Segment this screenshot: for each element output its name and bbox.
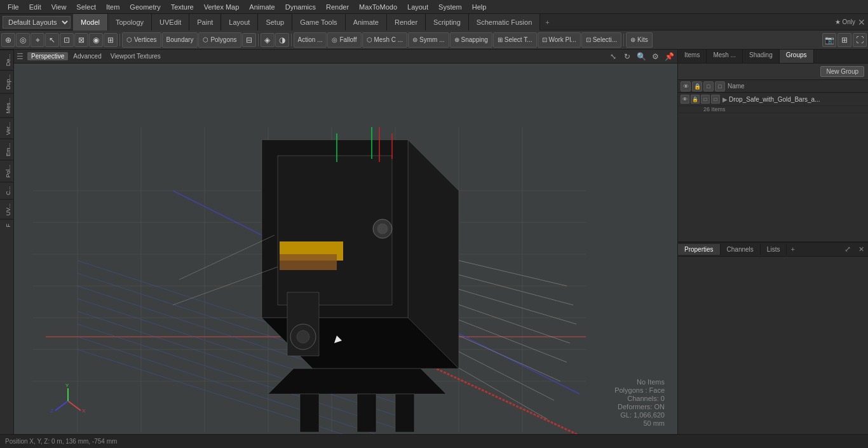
bp-tab-properties[interactable]: Properties xyxy=(678,244,721,255)
tab-animate[interactable]: Animate xyxy=(346,14,387,31)
tab-setup[interactable]: Setup xyxy=(258,14,292,31)
toolbar-selecti[interactable]: ⊡Selecti... xyxy=(581,32,621,48)
viewport-refresh-icon[interactable]: ↻ xyxy=(621,51,633,62)
bp-plus-icon[interactable]: + xyxy=(787,244,798,254)
toolbar-icon-move[interactable]: ⊡ xyxy=(60,33,74,47)
tab-paint[interactable]: Paint xyxy=(189,14,221,31)
toolbar-select-t[interactable]: ⊞Select T... xyxy=(493,32,537,48)
sidebar-tab-em[interactable]: Em... xyxy=(0,139,13,160)
menu-layout[interactable]: Layout xyxy=(402,2,433,12)
toolbar-falloff[interactable]: ◎Falloff xyxy=(327,32,361,48)
toolbar-camera-icon[interactable]: 📷 xyxy=(822,33,836,47)
toolbar-work-pl[interactable]: ⊡Work Pl... xyxy=(538,32,581,48)
group-lock-icon[interactable]: 🔒 xyxy=(691,95,700,104)
close-icon[interactable]: ✕ xyxy=(858,17,865,27)
menu-render[interactable]: Render xyxy=(321,2,354,12)
menu-maxtomodo[interactable]: MaxToModo xyxy=(354,2,402,12)
toolbar-vertices[interactable]: ⬡Vertices xyxy=(122,32,161,48)
sidebar-tab-de[interactable]: De... xyxy=(0,50,13,70)
tab-model[interactable]: Model xyxy=(73,14,108,31)
toolbar-icon-scale[interactable]: ◉ xyxy=(89,33,103,47)
tab-schematic-fusion[interactable]: Schematic Fusion xyxy=(469,14,540,31)
viewport-settings-icon[interactable]: ⚙ xyxy=(649,51,661,62)
bp-expand-icon[interactable]: ⤢ xyxy=(841,243,855,255)
viewport-tab-perspective[interactable]: Perspective xyxy=(27,52,68,60)
toolbar-icon-3[interactable]: ⌖ xyxy=(31,33,44,47)
viewport-canvas[interactable]: No Items Polygons : Face Channels: 0 Def… xyxy=(14,64,677,434)
toolbar-icon-select[interactable]: ↖ xyxy=(45,33,59,47)
viewport-tab-advanced[interactable]: Advanced xyxy=(69,52,105,60)
col-eye-icon[interactable]: 👁 xyxy=(681,81,691,92)
sidebar-tab-pol[interactable]: Pol... xyxy=(0,160,13,182)
rp-tab-groups[interactable]: Groups xyxy=(780,50,814,63)
viewport-tab-textures[interactable]: Viewport Textures xyxy=(107,52,165,60)
sidebar-tab-uv[interactable]: UV... xyxy=(0,199,13,219)
toolbar-fullscreen-icon[interactable]: ⛶ xyxy=(853,33,867,47)
tab-scripting[interactable]: Scripting xyxy=(426,14,469,31)
group-box1-icon[interactable]: □ xyxy=(701,95,710,104)
info-size: 50 mm xyxy=(614,419,665,427)
viewport-svg xyxy=(14,64,677,434)
toolbar-kits[interactable]: ⊛Kits xyxy=(626,32,653,48)
tab-add-button[interactable]: + xyxy=(540,17,554,28)
toolbar-icon-1[interactable]: ⊕ xyxy=(1,33,15,47)
group-sub-count: 26 Items xyxy=(678,106,868,113)
viewport-menu-icon[interactable]: ☰ xyxy=(17,52,24,61)
sidebar-tab-ver[interactable]: Ver... xyxy=(0,118,13,139)
col-box1-icon[interactable]: □ xyxy=(703,81,714,92)
sidebar-tab-mes[interactable]: Mes... xyxy=(0,93,13,118)
group-box2-icon[interactable]: □ xyxy=(711,95,720,104)
sidebar-tab-dup[interactable]: Dup... xyxy=(0,70,13,93)
rp-tab-mesh[interactable]: Mesh ... xyxy=(707,50,743,63)
menu-edit[interactable]: Edit xyxy=(24,2,46,12)
menu-texture[interactable]: Texture xyxy=(166,2,199,12)
layout-select[interactable]: Default Layouts xyxy=(3,16,71,29)
menu-animate[interactable]: Animate xyxy=(244,2,280,12)
tab-uvedit[interactable]: UVEdit xyxy=(152,14,189,31)
viewport-pin-icon[interactable]: 📌 xyxy=(663,51,675,62)
rp-tab-shading[interactable]: Shading xyxy=(743,50,780,63)
toolbar-action[interactable]: Action ... xyxy=(294,32,327,48)
toolbar-mesh-c[interactable]: ⬡Mesh C ... xyxy=(362,32,408,48)
toolbar-icon-5[interactable]: ⊞ xyxy=(104,33,118,47)
toolbar: ⊕ ◎ ⌖ ↖ ⊡ ⊠ ◉ ⊞ ⬡Vertices Boundary ⬡Poly… xyxy=(0,31,868,50)
bp-close-icon[interactable]: ✕ xyxy=(855,244,868,255)
new-group-button[interactable]: New Group xyxy=(820,66,864,77)
toolbar-polygons[interactable]: ⬡Polygons xyxy=(198,32,241,48)
menu-system[interactable]: System xyxy=(433,2,467,12)
toolbar-icon-6[interactable]: ⊟ xyxy=(242,33,256,47)
tab-topology[interactable]: Topology xyxy=(108,14,152,31)
menu-dynamics[interactable]: Dynamics xyxy=(280,2,321,12)
toolbar-icon-rotate[interactable]: ⊠ xyxy=(74,33,88,47)
menu-file[interactable]: File xyxy=(3,2,24,12)
toolbar-snapping[interactable]: ⊕Snapping xyxy=(450,32,492,48)
menu-item[interactable]: Item xyxy=(101,2,125,12)
sidebar-tab-c[interactable]: C... xyxy=(0,182,13,199)
toolbar-icon-8[interactable]: ◑ xyxy=(275,33,289,47)
toolbar-boundary[interactable]: Boundary xyxy=(162,32,198,48)
viewport-zoom-icon[interactable]: 🔍 xyxy=(635,51,647,62)
toolbar-icon-2[interactable]: ◎ xyxy=(16,33,30,47)
group-expand-icon[interactable]: ▶ xyxy=(722,96,728,103)
group-eye-icon[interactable]: 👁 xyxy=(681,95,689,104)
menu-view[interactable]: View xyxy=(46,2,72,12)
bp-tab-lists[interactable]: Lists xyxy=(761,244,787,255)
viewport-maximize-icon[interactable]: ⤡ xyxy=(607,51,619,62)
tab-render[interactable]: Render xyxy=(387,14,426,31)
svg-marker-45 xyxy=(268,369,446,394)
toolbar-symm[interactable]: ⊜Symm ... xyxy=(408,32,449,48)
toolbar-grid-icon[interactable]: ⊞ xyxy=(837,33,851,47)
col-lock-icon[interactable]: 🔒 xyxy=(692,81,702,92)
rp-tab-items[interactable]: Items xyxy=(678,50,707,63)
sidebar-tab-f[interactable]: F xyxy=(0,219,13,231)
tab-game-tools[interactable]: Game Tools xyxy=(292,14,346,31)
group-item-safe[interactable]: 👁 🔒 □ □ ▶ Drop_Safe_with_Gold_Bars_a... xyxy=(678,93,868,106)
menu-geometry[interactable]: Geometry xyxy=(125,2,165,12)
toolbar-icon-7[interactable]: ◈ xyxy=(261,33,275,47)
menu-vertex-map[interactable]: Vertex Map xyxy=(199,2,245,12)
col-box2-icon[interactable]: □ xyxy=(715,81,725,92)
tab-layout[interactable]: Layout xyxy=(221,14,258,31)
menu-select[interactable]: Select xyxy=(71,2,101,12)
menu-help[interactable]: Help xyxy=(467,2,492,12)
bp-tab-channels[interactable]: Channels xyxy=(721,244,761,255)
